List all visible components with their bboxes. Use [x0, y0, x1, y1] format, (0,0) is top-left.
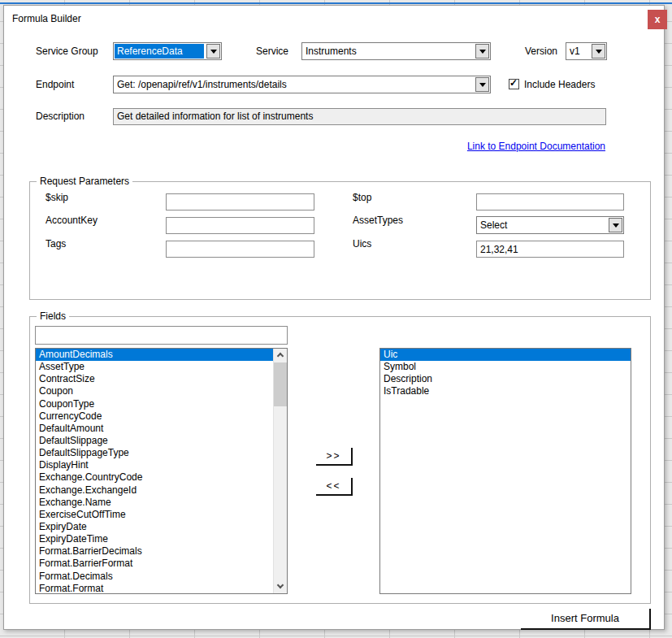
list-item[interactable]: Format.BarrierDecimals [36, 545, 273, 558]
list-item[interactable]: Format.Decimals [36, 571, 273, 583]
list-item[interactable]: DefaultSlippage [36, 435, 273, 447]
include-headers-label: Include Headers [524, 79, 595, 90]
excel-window-edge [0, 2, 672, 4]
top-input[interactable] [476, 193, 624, 210]
skip-input[interactable] [166, 193, 314, 210]
scroll-up-icon[interactable] [274, 349, 288, 362]
chevron-down-icon[interactable] [609, 218, 622, 232]
chevron-down-icon[interactable] [475, 77, 489, 92]
list-item[interactable]: Symbol [380, 361, 631, 373]
asset-types-value: Select [478, 218, 607, 232]
account-key-label: AccountKey [46, 215, 98, 226]
list-item[interactable]: Exchange.Name [36, 497, 273, 509]
chevron-down-icon[interactable] [592, 44, 605, 59]
version-value: v1 [567, 44, 590, 59]
checkmark-icon: ✓ [509, 77, 518, 89]
insert-formula-button[interactable]: Insert Formula [521, 609, 651, 630]
description-field: Get detailed information for list of ins… [113, 108, 606, 125]
description-label: Description [36, 111, 85, 122]
asset-types-dropdown[interactable]: Select [476, 216, 624, 234]
include-headers-checkbox[interactable]: ✓ [509, 79, 519, 89]
formula-builder-dialog: Formula Builder x Service Group Referenc… [3, 5, 665, 630]
endpoint-doc-link[interactable]: Link to Endpoint Documentation [467, 141, 605, 152]
scrollbar-thumb[interactable] [274, 362, 288, 406]
scrollbar[interactable] [273, 349, 287, 593]
tags-label: Tags [46, 238, 66, 250]
close-button[interactable]: x [648, 10, 667, 29]
field-search-input[interactable] [35, 326, 288, 345]
list-item[interactable]: Description [380, 373, 631, 385]
list-item[interactable]: Coupon [36, 385, 273, 397]
tags-input[interactable] [166, 241, 314, 258]
remove-field-button[interactable]: << [316, 478, 353, 496]
available-fields-list[interactable]: AmountDecimals AssetType ContractSize Co… [35, 348, 288, 594]
service-group-value: ReferenceData [115, 44, 204, 59]
service-value: Instruments [303, 44, 474, 59]
version-label: Version [525, 46, 557, 57]
endpoint-dropdown[interactable]: Get: /openapi/ref/v1/instruments/details [113, 76, 491, 93]
account-key-input[interactable] [166, 217, 314, 234]
service-group-label: Service Group [36, 46, 98, 57]
list-item[interactable]: ContractSize [36, 373, 273, 385]
list-item[interactable]: DefaultAmount [36, 423, 273, 435]
list-item[interactable]: ExpiryDateTime [36, 533, 273, 545]
list-item[interactable]: CurrencyCode [36, 410, 273, 423]
add-field-button[interactable]: >> [316, 448, 353, 466]
list-item[interactable]: ExerciseCutOffTime [36, 509, 273, 521]
top-label: $top [353, 192, 371, 203]
service-dropdown[interactable]: Instruments [301, 42, 491, 60]
endpoint-value: Get: /openapi/ref/v1/instruments/details [115, 77, 474, 92]
list-item[interactable]: AssetType [36, 361, 273, 373]
request-parameters-title: Request Parameters [37, 176, 132, 187]
list-item[interactable]: Format.BarrierFormat [36, 558, 273, 570]
list-item[interactable]: CouponType [36, 398, 273, 410]
endpoint-label: Endpoint [36, 79, 74, 90]
list-item[interactable]: Exchange.CountryCode [36, 471, 273, 484]
skip-label: $skip [46, 192, 68, 203]
uics-input[interactable] [476, 241, 624, 258]
list-item[interactable]: DefaultSlippageType [36, 447, 273, 459]
list-item[interactable]: Uic [380, 349, 631, 361]
version-dropdown[interactable]: v1 [566, 42, 607, 60]
list-item[interactable]: IsTradable [380, 385, 631, 397]
asset-types-label: AssetTypes [353, 215, 403, 226]
chevron-down-icon[interactable] [206, 44, 220, 59]
chosen-fields-list[interactable]: Uic Symbol Description IsTradable [379, 348, 631, 594]
list-item[interactable]: DisplayHint [36, 459, 273, 471]
scroll-down-icon[interactable] [274, 579, 288, 593]
dialog-title: Formula Builder [12, 13, 81, 24]
list-item[interactable]: Exchange.ExchangeId [36, 484, 273, 497]
fields-title: Fields [37, 310, 69, 322]
chevron-down-icon[interactable] [475, 44, 489, 59]
uics-label: Uics [353, 238, 371, 250]
service-label: Service [256, 46, 288, 57]
service-group-dropdown[interactable]: ReferenceData [113, 42, 222, 60]
list-item[interactable]: Format.Format [36, 583, 273, 594]
list-item[interactable]: AmountDecimals [36, 349, 273, 361]
list-item[interactable]: ExpiryDate [36, 521, 273, 533]
